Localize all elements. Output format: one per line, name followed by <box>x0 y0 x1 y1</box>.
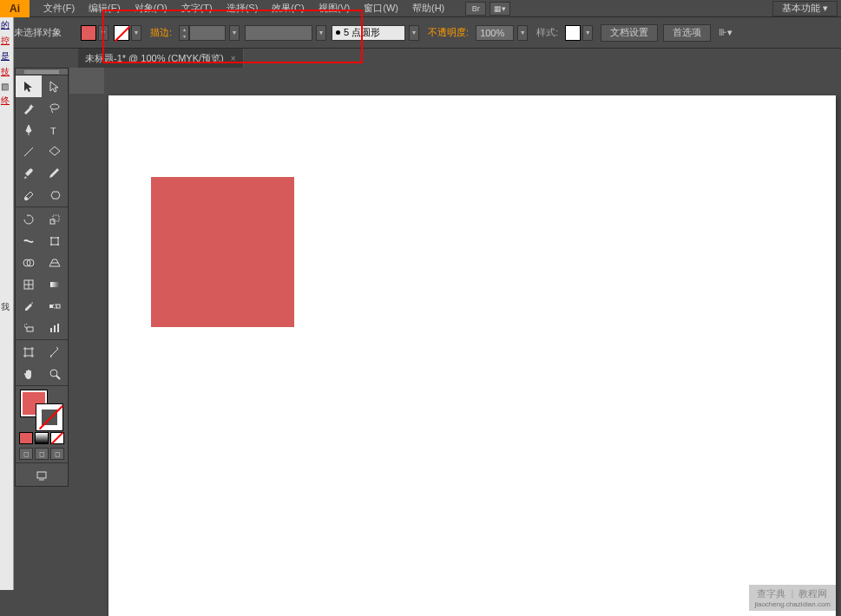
color-mode-none[interactable] <box>50 432 64 444</box>
sidebar-link[interactable]: 终 <box>0 93 13 108</box>
draw-normal[interactable]: ◻ <box>19 448 33 460</box>
fill-dropdown[interactable]: ▼ <box>98 25 108 41</box>
preferences-button[interactable]: 首选项 <box>663 24 711 42</box>
red-rectangle-shape[interactable] <box>151 177 294 327</box>
panel-grip[interactable] <box>16 69 68 75</box>
zoom-tool[interactable] <box>42 363 68 384</box>
document-setup-button[interactable]: 文档设置 <box>601 24 658 42</box>
menu-edit[interactable]: 编辑(E) <box>82 0 128 17</box>
width-tool[interactable] <box>16 230 42 252</box>
align-icon[interactable]: ⊪▾ <box>713 25 738 41</box>
line-tool[interactable] <box>16 141 42 162</box>
stroke-swatch[interactable] <box>114 25 129 41</box>
tab-title: 未标题-1* @ 100% (CMYK/预览) <box>85 52 224 65</box>
browser-sidebar: 的 控 是 技 ▧ 终 我 <box>0 17 14 590</box>
menu-type[interactable]: 文字(T) <box>174 0 220 17</box>
pencil-tool[interactable] <box>42 162 68 184</box>
artboard[interactable] <box>108 95 836 616</box>
draw-inside[interactable]: ◻ <box>50 448 64 460</box>
magic-wand-tool[interactable] <box>16 97 42 119</box>
brush-field[interactable]: 5 点圆形 <box>332 25 405 41</box>
svg-point-3 <box>24 197 28 200</box>
svg-rect-18 <box>56 305 60 308</box>
document-tab[interactable]: 未标题-1* @ 100% (CMYK/预览) × <box>78 49 244 68</box>
artboard-tool[interactable] <box>16 341 42 363</box>
menu-view[interactable]: 视图(V) <box>312 0 358 17</box>
stroke-weight-spinner[interactable]: ▴▾ <box>179 25 189 41</box>
svg-text:T: T <box>50 126 56 136</box>
sidebar-link[interactable]: 的 <box>0 17 13 33</box>
graphic-style-swatch[interactable] <box>565 25 581 41</box>
tab-close-button[interactable]: × <box>231 54 236 63</box>
blend-tool[interactable] <box>42 295 68 317</box>
svg-rect-27 <box>37 472 46 478</box>
svg-rect-5 <box>53 215 59 221</box>
free-transform-tool[interactable] <box>42 230 68 252</box>
sidebar-link[interactable]: 控 <box>0 33 13 49</box>
screen-mode-button[interactable] <box>16 464 68 486</box>
svg-rect-6 <box>51 238 58 245</box>
variable-width-field[interactable] <box>245 25 312 41</box>
menu-select[interactable]: 选择(S) <box>220 0 266 17</box>
eyedropper-tool[interactable] <box>16 295 42 317</box>
menu-effect[interactable]: 效果(C) <box>265 0 311 17</box>
hand-tool[interactable] <box>16 363 42 384</box>
menu-help[interactable]: 帮助(H) <box>405 0 451 17</box>
menu-window[interactable]: 窗口(W) <box>357 0 405 17</box>
style-label: 样式: <box>536 26 558 39</box>
opacity-field[interactable]: 100% <box>476 25 514 41</box>
svg-line-2 <box>24 147 33 156</box>
slice-tool[interactable] <box>42 341 68 363</box>
symbol-sprayer-tool[interactable] <box>16 317 42 338</box>
column-graph-tool[interactable] <box>42 317 68 338</box>
eraser-tool[interactable] <box>42 184 68 206</box>
stroke-weight-dropdown[interactable]: ▼ <box>229 25 240 41</box>
sidebar-link[interactable]: 技 <box>0 64 13 80</box>
sidebar-link[interactable]: ▧ <box>0 80 13 93</box>
draw-behind[interactable]: ◻ <box>35 448 49 460</box>
mesh-tool[interactable] <box>16 273 42 295</box>
arrange-docs-button[interactable]: ▦▾ <box>489 2 510 16</box>
scale-tool[interactable] <box>42 208 68 230</box>
rotate-tool[interactable] <box>16 208 42 230</box>
menu-object[interactable]: 对象(O) <box>128 0 174 17</box>
blob-brush-tool[interactable] <box>16 184 42 206</box>
sidebar-link[interactable]: 我 <box>0 299 13 315</box>
paintbrush-tool[interactable] <box>16 162 42 184</box>
app-logo: Ai <box>0 0 30 17</box>
svg-rect-16 <box>50 282 59 287</box>
control-bar: 未选择对象 ▼ ▼ 描边: ▴▾ ▼ ▼ 5 点圆形 ▼ 不透明度: 100% … <box>0 17 841 49</box>
opacity-dropdown[interactable]: ▼ <box>517 25 528 41</box>
fill-swatch[interactable] <box>81 25 96 41</box>
rectangle-tool[interactable] <box>42 141 68 162</box>
sidebar-link[interactable]: 是 <box>0 49 13 64</box>
color-mode-solid[interactable] <box>19 432 33 444</box>
direct-selection-tool[interactable] <box>42 75 68 97</box>
stroke-dropdown[interactable]: ▼ <box>131 25 141 41</box>
perspective-grid-tool[interactable] <box>42 252 68 273</box>
style-dropdown[interactable]: ▼ <box>582 25 593 41</box>
menu-bar: Ai 文件(F) 编辑(E) 对象(O) 文字(T) 选择(S) 效果(C) 视… <box>0 0 841 17</box>
svg-line-26 <box>56 376 60 379</box>
type-tool[interactable]: T <box>42 119 68 141</box>
fill-stroke-control[interactable] <box>16 387 68 430</box>
gradient-tool[interactable] <box>42 273 68 295</box>
bridge-button[interactable]: Br <box>465 2 486 16</box>
pen-tool[interactable] <box>16 119 42 141</box>
svg-point-10 <box>57 244 59 246</box>
lasso-tool[interactable] <box>42 97 68 119</box>
svg-rect-17 <box>49 305 53 308</box>
watermark: 查字典|教程网 jiaocheng.chazidian.com <box>749 585 836 611</box>
color-mode-gradient[interactable] <box>35 432 49 444</box>
shape-builder-tool[interactable] <box>16 252 42 273</box>
tools-panel: T <box>15 68 69 487</box>
workspace-switcher[interactable]: 基本功能 ▾ <box>772 1 838 16</box>
brush-dot-icon <box>336 30 340 35</box>
stroke-weight-field[interactable] <box>189 25 226 41</box>
menu-file[interactable]: 文件(F) <box>36 0 82 17</box>
ruler-corner <box>69 68 104 94</box>
variable-width-dropdown[interactable]: ▼ <box>316 25 326 41</box>
stroke-color-box[interactable] <box>36 404 62 430</box>
brush-dropdown[interactable]: ▼ <box>409 25 419 41</box>
selection-tool[interactable] <box>16 75 42 97</box>
